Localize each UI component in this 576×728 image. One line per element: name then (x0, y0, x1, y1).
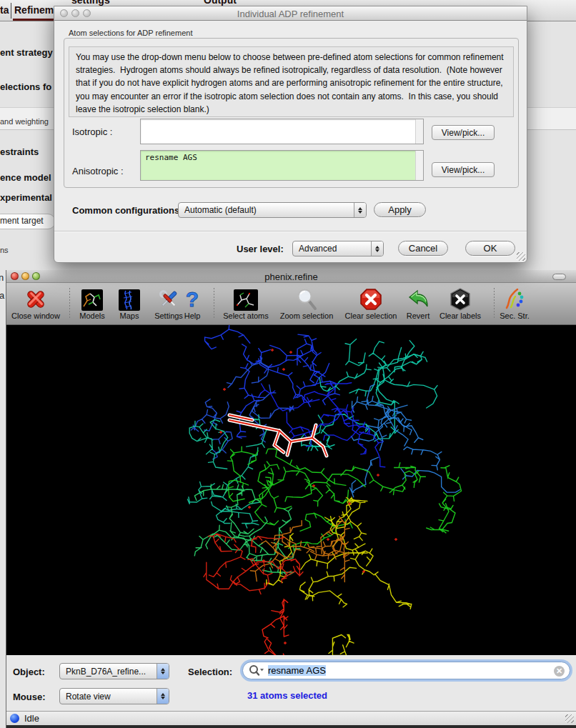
ok-button[interactable]: OK (465, 241, 515, 256)
clear-search-icon[interactable]: ✕ (554, 666, 565, 677)
bg-fragment: ns (0, 246, 9, 254)
isotropic-view-pick-button[interactable]: View/pick... (432, 125, 495, 140)
toolbar-toggle-button[interactable] (552, 274, 566, 280)
viewer-controls: Object: PknB_D76A_refine... Selection: r… (6, 655, 576, 711)
popup-stepper (157, 689, 169, 704)
anisotropic-label: Anisotropic : (72, 166, 124, 176)
close-window-icon (24, 285, 47, 311)
help-icon: ? (183, 285, 202, 311)
svg-text:?: ? (186, 288, 199, 311)
selection-label: Selection: (188, 667, 232, 677)
scrollbar-track[interactable] (415, 119, 423, 144)
common-configurations-popup[interactable]: Automatic (default) (178, 202, 367, 218)
common-configurations-label: Common configurations: (72, 205, 183, 216)
secondary-structure-icon (502, 285, 527, 311)
object-label: Object: (13, 667, 45, 677)
models-icon (81, 285, 103, 311)
maps-button[interactable]: Maps (114, 285, 145, 320)
user-level-label: User level: (237, 244, 284, 254)
group-box-label: Atom selections for ADP refinement (69, 29, 192, 37)
apply-button[interactable]: Apply (374, 202, 426, 217)
bg-fragment: and weighting (0, 117, 49, 126)
window-resize-grip[interactable] (565, 714, 574, 723)
user-level-popup[interactable]: Advanced (292, 241, 384, 256)
search-value: resname AGS (268, 665, 326, 676)
atoms-selected-text: 31 atoms selected (247, 690, 327, 701)
bg-fragment: estraints (0, 146, 39, 157)
status-idle-icon (10, 714, 19, 723)
dialog-resize-grip[interactable] (517, 252, 525, 261)
description-text: You may use the drop-down menu below to … (69, 46, 514, 117)
viewer-title: phenix.refine (6, 271, 576, 282)
bg-tab-settings[interactable]: settings (71, 0, 110, 6)
close-window-button[interactable]: Close window (7, 285, 64, 320)
dialog-titlebar[interactable]: Individual ADP refinement (54, 6, 527, 21)
selection-search-field[interactable]: resname AGS ✕ (242, 662, 570, 679)
bg-tab-output[interactable]: Output (204, 0, 237, 6)
anisotropic-view-pick-button[interactable]: View/pick... (432, 162, 495, 177)
clear-selection-icon (359, 285, 382, 311)
popup-stepper (157, 664, 169, 679)
popup-value: Advanced (293, 244, 371, 254)
mouse-mode-popup[interactable]: Rotate view (59, 688, 169, 704)
molecule-viewport[interactable] (6, 325, 576, 655)
revert-button[interactable]: Revert (401, 285, 435, 320)
bg-sliver-letter: n (0, 272, 4, 283)
toolbar: Close window Models (6, 283, 576, 325)
tab-underline (13, 19, 56, 21)
bg-fragment: elections fo (0, 81, 51, 92)
bg-sliver-letter: a (0, 290, 4, 301)
object-popup[interactable]: PknB_D76A_refine... (59, 663, 169, 679)
revert-icon (407, 285, 429, 311)
viewer-titlebar[interactable]: phenix.refine (6, 270, 576, 283)
tab-divider (11, 3, 11, 19)
settings-icon (157, 285, 181, 311)
popup-stepper (371, 241, 383, 256)
clear-selection-button[interactable]: Clear selection (339, 285, 402, 320)
toolbar-separator (69, 288, 70, 319)
help-button[interactable]: ? Help (178, 285, 207, 320)
bg-fragment: ent strategy (0, 47, 53, 58)
popup-value: PknB_D76A_refine... (60, 667, 157, 677)
bg-tab-data[interactable]: ta (0, 4, 9, 16)
popup-stepper (354, 203, 366, 217)
scrollbar-track[interactable] (415, 151, 423, 180)
models-button[interactable]: Models (72, 285, 112, 320)
phenix-refine-window: phenix.refine Close (6, 270, 576, 728)
maps-icon (119, 285, 140, 311)
clear-labels-button[interactable]: Clear labels (433, 285, 487, 320)
molecule-render (6, 325, 576, 655)
sec-str-button[interactable]: Sec. Str. (495, 285, 535, 320)
zoom-selection-button[interactable]: Zoom selection (272, 285, 341, 320)
bg-fragment: ence model r (0, 172, 57, 183)
status-text: Idle (24, 713, 39, 724)
statusbar: Idle (6, 711, 576, 725)
isotropic-label: Isotropic : (72, 126, 112, 137)
clear-labels-icon (449, 285, 472, 311)
screen: ta Refinemen settings Output ent strateg… (0, 0, 576, 728)
dialog-title: Individual ADP refinement (54, 9, 527, 19)
window-bottom-edge (6, 725, 576, 728)
bg-fragment: xperimental (0, 192, 52, 203)
bg-fragment: ment target (0, 216, 44, 226)
isotropic-selection-field[interactable] (140, 119, 424, 144)
isotropic-value (141, 119, 423, 124)
popup-value: Rotate view (60, 692, 157, 702)
dialog-separator (54, 231, 527, 232)
popup-value: Automatic (default) (179, 205, 354, 215)
adp-refinement-dialog: Individual ADP refinement Atom selection… (54, 6, 527, 263)
select-atoms-icon (234, 285, 258, 311)
anisotropic-selection-field[interactable]: resname AGS (140, 150, 424, 181)
anisotropic-value: resname AGS (141, 151, 423, 164)
cancel-button[interactable]: Cancel (398, 241, 448, 256)
select-atoms-button[interactable]: Select atoms (217, 285, 274, 320)
search-icon[interactable] (248, 664, 265, 677)
toolbar-separator (214, 288, 214, 319)
mouse-label: Mouse: (13, 692, 46, 702)
zoom-selection-icon (296, 285, 317, 311)
